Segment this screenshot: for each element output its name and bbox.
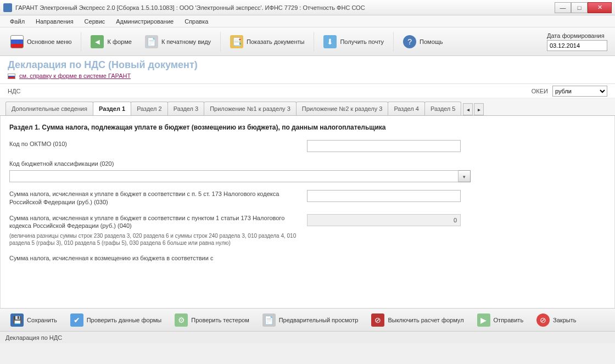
save-icon: 💾: [10, 313, 24, 327]
check-form-button[interactable]: ✔ Проверить данные формы: [64, 309, 168, 331]
section-title: Раздел 1. Сумма налога, подлежащая уплат…: [9, 124, 606, 131]
toolbar-separator: [393, 32, 394, 52]
okei-select[interactable]: рубли: [552, 86, 607, 97]
tab-section-2[interactable]: Раздел 2: [131, 102, 168, 115]
f020-input[interactable]: [9, 170, 459, 182]
menu-admin[interactable]: Администрирование: [111, 16, 178, 26]
window-title: ГАРАНТ Электронный Экспресс 2.0 [Сборка …: [15, 4, 555, 11]
f040-input: [307, 214, 461, 226]
close-icon: ⊘: [536, 313, 550, 327]
okei-panel: ОКЕИ рубли: [532, 86, 607, 97]
menu-help[interactable]: Справка: [180, 16, 213, 26]
f020-dropdown-button[interactable]: [459, 170, 471, 182]
stop-calc-icon: ⊘: [371, 313, 384, 327]
arrow-left-icon: ◄: [91, 35, 104, 48]
f040-note: (величина разницы суммы строк 230 раздел…: [9, 232, 300, 247]
show-documents-button[interactable]: 📑 Показать документы: [224, 31, 310, 53]
subheader: НДС ОКЕИ рубли: [0, 84, 615, 98]
date-panel: Дата формирования: [547, 32, 611, 51]
menu-directions[interactable]: Направления: [31, 16, 78, 26]
download-icon: ⬇: [323, 35, 337, 48]
field-030-row: Сумма налога, исчисленная к уплате в бюд…: [9, 190, 606, 206]
chevron-down-icon: [463, 173, 466, 180]
f010-label: Код по ОКТМО (010): [9, 140, 300, 148]
tab-scroll-left[interactable]: ◂: [463, 103, 473, 115]
test-button[interactable]: ⚙ Проверить тестером: [169, 309, 255, 331]
to-print-view-button[interactable]: 📄 К печатному виду: [139, 31, 217, 53]
documents-icon: 📑: [230, 35, 243, 48]
menu-service[interactable]: Сервис: [80, 16, 110, 26]
app-icon: [3, 3, 12, 12]
document-header: Декларация по НДС (Новый документ) см. с…: [0, 56, 615, 84]
preview-icon: 📄: [262, 313, 276, 327]
maximize-button[interactable]: □: [571, 2, 588, 13]
document-icon: 📄: [145, 35, 158, 48]
nds-label: НДС: [8, 88, 20, 94]
help-button[interactable]: ? Помощь: [397, 31, 449, 53]
close-button[interactable]: ✕: [588, 2, 612, 13]
tab-section-4[interactable]: Раздел 4: [388, 102, 425, 115]
main-toolbar: Основное меню ◄ К форме 📄 К печатному ви…: [0, 27, 615, 56]
bottom-toolbar: 💾 Сохранить ✔ Проверить данные формы ⚙ П…: [0, 308, 615, 331]
send-icon: ▶: [477, 313, 490, 327]
tab-appendix-1-s3[interactable]: Приложение №1 к разделу 3: [204, 102, 297, 115]
to-form-button[interactable]: ◄ К форме: [85, 31, 137, 53]
main-menu-button[interactable]: Основное меню: [4, 31, 77, 53]
tab-section-5[interactable]: Раздел 5: [424, 102, 462, 115]
send-button[interactable]: ▶ Отправить: [471, 309, 530, 331]
field-010-row: Код по ОКТМО (010): [9, 140, 606, 152]
minimize-button[interactable]: —: [555, 2, 571, 13]
flag-icon: [8, 74, 15, 79]
tab-section-3[interactable]: Раздел 3: [167, 102, 205, 115]
tab-appendix-2-s3[interactable]: Приложение №2 к разделу 3: [296, 102, 389, 115]
status-text: Декларация по НДС: [5, 334, 62, 341]
field-020-block: Код бюджетной классификации (020): [9, 160, 606, 182]
document-title: Декларация по НДС (Новый документ): [8, 59, 607, 71]
f040-label: Сумма налога, исчисленная к уплате в бюд…: [9, 214, 300, 231]
get-mail-button[interactable]: ⬇ Получить почту: [317, 31, 390, 53]
tab-strip: Дополнительные сведения Раздел 1 Раздел …: [0, 98, 615, 116]
f050-label: Сумма налога, исчисленная к возмещению и…: [9, 254, 300, 262]
flag-icon: [10, 35, 24, 48]
help-link[interactable]: см. справку к форме в системе ГАРАНТ: [19, 72, 131, 79]
check-icon: ✔: [70, 313, 83, 327]
date-label: Дата формирования: [547, 32, 605, 39]
tab-additional-info[interactable]: Дополнительные сведения: [5, 102, 93, 115]
disable-calc-button[interactable]: ⊘ Выключить расчет формул: [365, 309, 469, 331]
f020-combo: [9, 170, 471, 182]
menu-bar: Файл Направления Сервис Администрировани…: [0, 15, 615, 27]
window-titlebar: ГАРАНТ Электронный Экспресс 2.0 [Сборка …: [0, 0, 615, 15]
close-form-button[interactable]: ⊘ Закрыть: [530, 309, 582, 331]
f030-label: Сумма налога, исчисленная к уплате в бюд…: [9, 190, 300, 206]
tab-scroll-right[interactable]: ▸: [474, 103, 484, 115]
status-bar: Декларация по НДС: [0, 331, 615, 343]
menu-file[interactable]: Файл: [5, 16, 29, 26]
help-link-row: см. справку к форме в системе ГАРАНТ: [8, 72, 607, 79]
question-icon: ?: [403, 35, 416, 48]
tab-section-1[interactable]: Раздел 1: [93, 102, 131, 116]
window-controls: — □ ✕: [555, 2, 612, 13]
toolbar-separator: [81, 32, 81, 52]
f030-input[interactable]: [307, 190, 461, 202]
gear-icon: ⚙: [175, 313, 188, 327]
form-content: Раздел 1. Сумма налога, подлежащая уплат…: [0, 116, 615, 308]
toolbar-separator: [314, 32, 314, 52]
save-button[interactable]: 💾 Сохранить: [4, 309, 63, 331]
date-input[interactable]: [547, 40, 607, 51]
field-050-row: Сумма налога, исчисленная к возмещению и…: [9, 254, 606, 262]
okei-label: ОКЕИ: [532, 88, 548, 94]
tab-scroll: ◂ ▸: [463, 103, 484, 115]
field-040-row: Сумма налога, исчисленная к уплате в бюд…: [9, 214, 606, 231]
toolbar-separator: [220, 32, 221, 52]
f020-label: Код бюджетной классификации (020): [9, 160, 300, 168]
f010-input[interactable]: [307, 140, 461, 152]
preview-button[interactable]: 📄 Предварительный просмотр: [256, 309, 365, 331]
